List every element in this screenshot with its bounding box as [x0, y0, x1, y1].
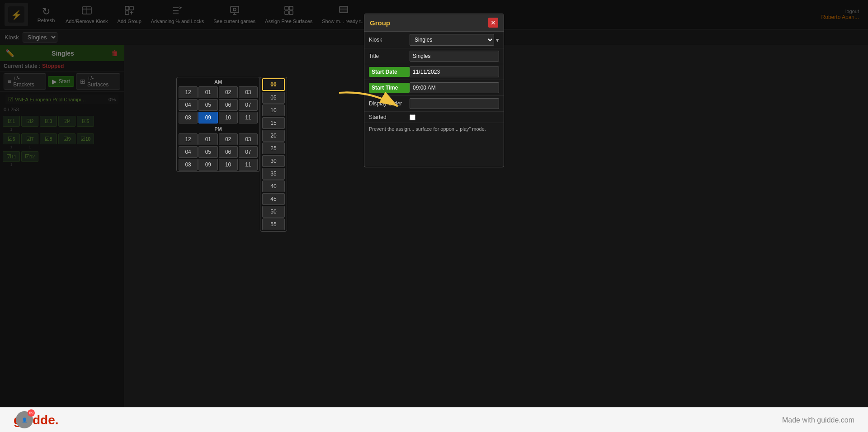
minute-05[interactable]: 05: [262, 92, 285, 104]
am-hour-02[interactable]: 02: [219, 86, 238, 98]
group-modal: Group ✕ Kiosk Singles ▾ Title Start Date…: [364, 14, 504, 167]
minute-10[interactable]: 10: [262, 104, 285, 116]
pm-hours-grid: 120102030405060708091011: [177, 133, 259, 171]
modal-kiosk-select[interactable]: Singles: [410, 34, 494, 46]
bottom-avatar[interactable]: 👤 69: [16, 411, 33, 428]
minute-40[interactable]: 40: [262, 180, 285, 192]
pm-hour-06[interactable]: 06: [219, 146, 238, 158]
am-hour-10[interactable]: 10: [219, 112, 238, 123]
pm-hour-12[interactable]: 12: [179, 133, 198, 145]
started-checkbox[interactable]: [410, 114, 415, 120]
am-hour-06[interactable]: 06: [219, 99, 238, 111]
pm-hour-09[interactable]: 09: [198, 159, 217, 171]
am-hour-11[interactable]: 11: [239, 112, 258, 123]
pm-hour-01[interactable]: 01: [198, 133, 217, 145]
minutes-panel: 000510152025303540455055: [260, 77, 287, 232]
time-picker-popup: AM 120102030405060708091011 PM 120102030…: [176, 77, 260, 172]
made-with-text: Made with guidde.com: [782, 416, 854, 424]
pm-hour-10[interactable]: 10: [219, 159, 238, 171]
start-time-input[interactable]: [410, 82, 499, 93]
pm-label: PM: [177, 124, 259, 133]
modal-title: Group: [370, 19, 390, 27]
pm-hour-11[interactable]: 11: [239, 159, 258, 171]
am-hour-01[interactable]: 01: [198, 86, 217, 98]
minutes-grid: 000510152025303540455055: [260, 78, 287, 230]
title-field-label: Title: [369, 53, 410, 59]
pm-hour-07[interactable]: 07: [239, 146, 258, 158]
started-label: Started: [369, 114, 410, 120]
am-hour-09[interactable]: 09: [198, 112, 217, 123]
modal-title-row: Title: [364, 48, 504, 64]
minute-55[interactable]: 55: [262, 218, 285, 230]
modal-start-time-row: Start Time: [364, 80, 504, 96]
minute-20[interactable]: 20: [262, 130, 285, 142]
minute-50[interactable]: 50: [262, 206, 285, 218]
minute-25[interactable]: 25: [262, 142, 285, 154]
modal-start-date-row: Start Date: [364, 64, 504, 80]
modal-close-button[interactable]: ✕: [488, 18, 498, 28]
start-date-input[interactable]: [410, 66, 499, 77]
start-time-label: Start Time: [369, 83, 410, 93]
start-date-label: Start Date: [369, 67, 410, 77]
display-order-label: Display Order: [369, 100, 410, 107]
modal-kiosk-row: Kiosk Singles ▾: [364, 32, 504, 48]
modal-overlay: Group ✕ Kiosk Singles ▾ Title Start Date…: [0, 0, 868, 407]
modal-started-row: Started: [364, 112, 504, 123]
am-hour-07[interactable]: 07: [239, 99, 258, 111]
minute-15[interactable]: 15: [262, 117, 285, 129]
pm-hour-02[interactable]: 02: [219, 133, 238, 145]
am-hour-04[interactable]: 04: [179, 99, 198, 111]
pm-hour-04[interactable]: 04: [179, 146, 198, 158]
modal-note: Prevent the assign... surface for oppon.…: [364, 123, 504, 135]
am-hours-grid: 120102030405060708091011: [177, 85, 259, 124]
display-order-input[interactable]: [410, 98, 499, 109]
minute-30[interactable]: 30: [262, 155, 285, 167]
pm-hour-05[interactable]: 05: [198, 146, 217, 158]
kiosk-dropdown-arrow: ▾: [496, 37, 499, 43]
notification-badge: 69: [28, 409, 35, 417]
minute-35[interactable]: 35: [262, 168, 285, 180]
am-hour-03[interactable]: 03: [239, 86, 258, 98]
minute-00[interactable]: 00: [262, 78, 285, 91]
minute-45[interactable]: 45: [262, 193, 285, 205]
pm-hour-08[interactable]: 08: [179, 159, 198, 171]
modal-header: Group ✕: [364, 14, 504, 32]
kiosk-field-label: Kiosk: [369, 37, 410, 43]
modal-display-order-row: Display Order: [364, 96, 504, 112]
am-hour-12[interactable]: 12: [179, 86, 198, 98]
pm-hour-03[interactable]: 03: [239, 133, 258, 145]
bottom-bar: guidde. Made with guidde.com: [0, 407, 868, 432]
am-hour-08[interactable]: 08: [179, 112, 198, 123]
am-label: AM: [177, 77, 259, 85]
am-hour-05[interactable]: 05: [198, 99, 217, 111]
title-field-input[interactable]: [410, 51, 499, 62]
